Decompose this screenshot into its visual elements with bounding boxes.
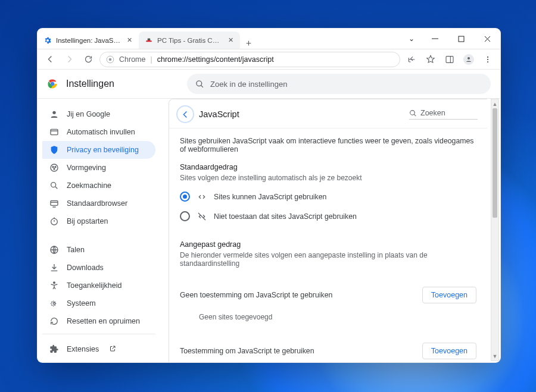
svg-point-7 [487, 56, 488, 57]
appearance-icon [49, 163, 59, 173]
svg-point-24 [53, 302, 55, 304]
sidebar-item-default[interactable]: Standaardbrowser [42, 195, 155, 212]
tab-strip: Instellingen: JavaScript ✕ PC Tips - Gra… [38, 29, 257, 49]
tab-title: PC Tips - Gratis Computer Tips, h [157, 37, 223, 44]
allowed-sites-label: Toestemming om JavaScript te gebruiken [180, 347, 314, 355]
sidebar-item-downloads[interactable]: Downloads [42, 259, 155, 277]
settings-search-placeholder: Zoek in de instellingen [210, 80, 287, 89]
close-icon[interactable]: ✕ [227, 37, 234, 44]
default-behavior-desc: Sites volgen deze instelling automatisch… [180, 174, 476, 182]
svg-point-18 [54, 168, 55, 170]
svg-rect-0 [146, 40, 151, 42]
sidebar-item-system[interactable]: Systeem [42, 294, 155, 312]
add-blocked-site-button[interactable]: Toevoegen [422, 287, 476, 303]
svg-point-15 [51, 164, 58, 171]
svg-rect-14 [51, 129, 58, 134]
system-icon [49, 299, 59, 308]
sidebar-item-autofill[interactable]: Automatisch invullen [42, 123, 155, 141]
tab-title: Instellingen: JavaScript [56, 37, 121, 44]
sidebar-item-startup[interactable]: Bij opstarten [42, 212, 155, 230]
code-icon [197, 192, 207, 202]
search-icon [49, 181, 59, 190]
avatar-icon [463, 54, 474, 65]
omnibox-path: chrome://settings/content/javascript [157, 55, 274, 64]
tab-active[interactable]: Instellingen: JavaScript ✕ [38, 32, 139, 49]
close-icon[interactable]: ✕ [126, 37, 133, 44]
new-tab-button[interactable]: ＋ [240, 37, 257, 49]
settings-header: Instellingen Zoek in de instellingen [38, 70, 500, 99]
scroll-thumb[interactable] [493, 108, 497, 218]
sidebar-item-a11y[interactable]: Toegankelijkheid [42, 277, 155, 294]
scroll-down-icon[interactable]: ▼ [491, 352, 498, 360]
radio-allow-js[interactable]: Sites kunnen JavaScript gebruiken [180, 192, 476, 202]
sidebar-item-extensions[interactable]: Extensies [42, 340, 155, 358]
add-allowed-site-button[interactable]: Toevoegen [422, 343, 476, 359]
custom-behavior-desc: De hieronder vermelde sites volgen een a… [180, 251, 476, 268]
svg-rect-2 [459, 36, 464, 42]
search-icon [195, 80, 204, 89]
svg-point-9 [487, 61, 488, 62]
search-icon [409, 109, 417, 117]
sidebar-item-label: Automatisch invullen [67, 128, 135, 136]
blocked-sites-empty: Geen sites toegevoegd [180, 303, 476, 324]
sidebar-item-label: Extensies [67, 345, 99, 353]
page-search[interactable]: Zoeken [409, 109, 478, 120]
reload-button[interactable] [80, 52, 96, 67]
side-panel-button[interactable] [442, 52, 457, 67]
sidebar-item-label: Resetten en opruimen [67, 317, 140, 325]
svg-point-17 [55, 167, 56, 168]
scroll-up-icon[interactable]: ▲ [491, 99, 498, 108]
sidebar-item-label: Systeem [67, 299, 96, 308]
toolbar: Chrome | chrome://settings/content/javas… [38, 49, 500, 70]
tab-inactive[interactable]: PC Tips - Gratis Computer Tips, h ✕ [139, 32, 240, 49]
menu-button[interactable] [480, 52, 496, 67]
window-minimize-button[interactable] [422, 29, 448, 49]
back-button[interactable] [42, 52, 58, 67]
page-intro: Sites gebruiken JavaScript vaak om inter… [180, 137, 476, 153]
window-close-button[interactable] [474, 29, 500, 49]
lang-icon [49, 245, 59, 255]
sidebar-item-privacy[interactable]: Privacy en beveiliging [42, 141, 155, 159]
radio-block-js[interactable]: Niet toestaan dat sites JavaScript gebru… [180, 211, 476, 221]
svg-point-6 [468, 57, 470, 59]
you-icon [49, 109, 59, 119]
vertical-scrollbar[interactable]: ▲ ▼ [491, 99, 499, 361]
bookmark-button[interactable] [423, 52, 438, 67]
forward-button[interactable] [61, 52, 77, 67]
allowed-sites-empty: Geen sites toegevoegd [180, 359, 476, 362]
profile-button[interactable] [461, 52, 476, 67]
svg-point-4 [109, 58, 112, 61]
sidebar-item-lang[interactable]: Talen [42, 241, 155, 259]
titlebar: Instellingen: JavaScript ✕ PC Tips - Gra… [38, 29, 500, 49]
default-icon [49, 199, 59, 208]
tab-overflow-button[interactable]: ⌄ [401, 29, 422, 49]
sidebar-item-you[interactable]: Jij en Google [42, 105, 155, 123]
sidebar-item-label: Jij en Google [67, 110, 110, 118]
page-back-button[interactable] [176, 105, 194, 123]
sidebar-item-about[interactable]: Over Chrome [42, 358, 155, 362]
address-bar[interactable]: Chrome | chrome://settings/content/javas… [99, 52, 400, 67]
startup-icon [49, 217, 59, 226]
sidebar-item-appearance[interactable]: Vormgeving [42, 159, 155, 177]
window-maximize-button[interactable] [448, 29, 474, 49]
downloads-icon [49, 263, 59, 272]
default-behavior-heading: Standaardgedrag [180, 163, 476, 171]
code-off-icon [197, 212, 207, 221]
svg-rect-1 [148, 38, 151, 40]
sidebar-item-search[interactable]: Zoekmachine [42, 177, 155, 195]
chrome-logo-icon [47, 79, 58, 89]
svg-point-19 [51, 183, 56, 187]
content-area: Instellingen Zoek in de instellingen Jij… [38, 70, 500, 362]
svg-point-13 [52, 111, 55, 114]
sidebar-item-label: Downloads [67, 264, 104, 272]
site-favicon-icon [145, 36, 153, 45]
share-button[interactable] [404, 52, 419, 67]
page-title: JavaScript [199, 109, 239, 119]
custom-behavior-heading: Aangepast gedrag [180, 240, 476, 249]
sidebar-item-reset[interactable]: Resetten en opruimen [42, 312, 155, 330]
svg-rect-20 [51, 200, 58, 205]
settings-search[interactable]: Zoek in de instellingen [187, 74, 491, 94]
extensions-icon [49, 344, 59, 354]
chrome-scheme-icon [106, 55, 114, 64]
sidebar-item-label: Privacy en beveiliging [67, 146, 139, 154]
